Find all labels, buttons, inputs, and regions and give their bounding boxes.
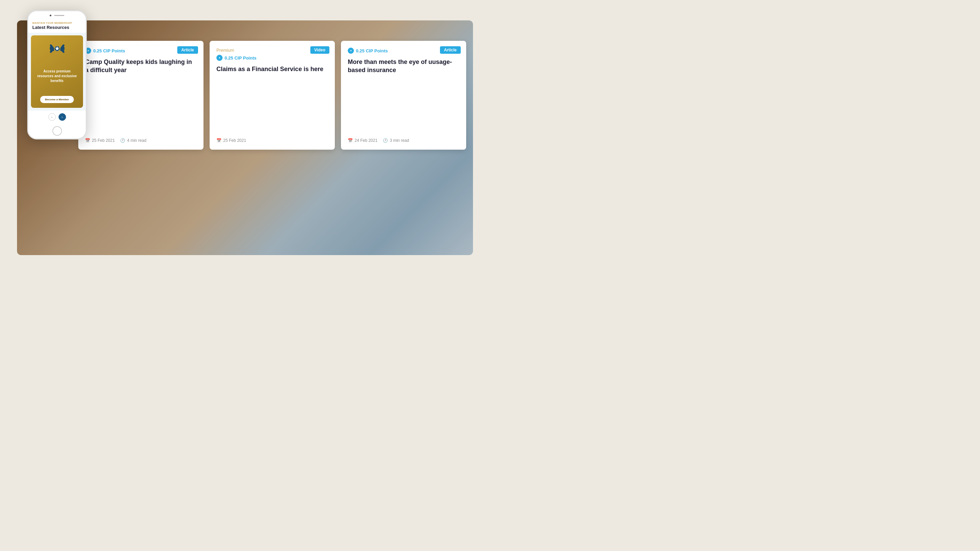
- resource-card-1: Article 0.25 CIP Points Camp Quality kee…: [78, 41, 204, 150]
- next-button[interactable]: ›: [59, 113, 66, 121]
- card-read-time-1: 🕐 4 min read: [120, 138, 146, 143]
- card-read-time-3: 🕐 3 min read: [383, 138, 409, 143]
- phone-mockup: MAINTAIN YOUR MEMBERSHIP Latest Resource…: [27, 10, 87, 140]
- card-date-1: 📅 25 Feb 2021: [85, 138, 115, 143]
- phone-screen: MAINTAIN YOUR MEMBERSHIP Latest Resource…: [28, 18, 86, 124]
- phone-section-title: Latest Resources: [32, 25, 82, 30]
- clock-icon-1: 🕐: [120, 138, 125, 143]
- resource-card-2: Video Premium 0.25 CIP Points Claims as …: [210, 41, 335, 150]
- cip-text-2: 0.25 CIP Points: [224, 56, 256, 60]
- cip-points-2: 0.25 CIP Points: [216, 55, 328, 61]
- cip-icon-2: [216, 55, 223, 61]
- card-meta-3: 📅 24 Feb 2021 🕐 3 min read: [348, 138, 460, 143]
- become-member-button[interactable]: Become a Member: [40, 96, 74, 103]
- phone-camera: [50, 14, 51, 16]
- cip-text-1: 0.25 CIP Points: [93, 48, 125, 53]
- calendar-icon-2: 📅: [216, 138, 221, 143]
- cip-text-3: 0.25 CIP Points: [356, 48, 388, 53]
- card-title-2: Claims as a Financial Service is here: [216, 65, 328, 133]
- card-meta-2: 📅 25 Feb 2021: [216, 138, 328, 143]
- phone-bottom-bar: [28, 124, 86, 138]
- maintain-label: MAINTAIN YOUR MEMBERSHIP: [32, 22, 82, 24]
- phone-header: MAINTAIN YOUR MEMBERSHIP Latest Resource…: [28, 18, 86, 33]
- calendar-icon-3: 📅: [348, 138, 353, 143]
- calendar-icon-1: 📅: [85, 138, 90, 143]
- card-title-3: More than meets the eye of uusage-based …: [348, 58, 460, 133]
- membership-text: Access premium resources and exclusive b…: [35, 69, 79, 83]
- membership-card: Access premium resources and exclusive b…: [31, 35, 83, 108]
- home-button[interactable]: [52, 126, 62, 136]
- prev-button[interactable]: ‹: [48, 113, 56, 121]
- phone-card-area: Access premium resources and exclusive b…: [28, 33, 86, 111]
- card-title-1: Camp Quality keeps kids laughing in a di…: [85, 58, 197, 133]
- cip-icon-3: [348, 48, 354, 54]
- phone-notch: [50, 14, 64, 16]
- card-date-3: 📅 24 Feb 2021: [348, 138, 377, 143]
- membership-icon-area: [49, 40, 66, 57]
- clock-icon-3: 🕐: [383, 138, 388, 143]
- card-badge-1[interactable]: Article: [177, 46, 198, 54]
- card-meta-1: 📅 25 Feb 2021 🕐 4 min read: [85, 138, 197, 143]
- card-badge-2[interactable]: Video: [310, 46, 329, 54]
- phone-nav-dots: ‹ ›: [28, 111, 86, 124]
- laurel-icon: [49, 40, 66, 57]
- phone-speaker: [54, 15, 64, 16]
- phone-top-bar: [28, 11, 86, 18]
- resource-card-3: Article 0.25 CIP Points More than meets …: [341, 41, 466, 150]
- resource-cards-container: Article 0.25 CIP Points Camp Quality kee…: [78, 41, 466, 150]
- card-badge-3[interactable]: Article: [440, 46, 461, 54]
- card-date-2: 📅 25 Feb 2021: [216, 138, 246, 143]
